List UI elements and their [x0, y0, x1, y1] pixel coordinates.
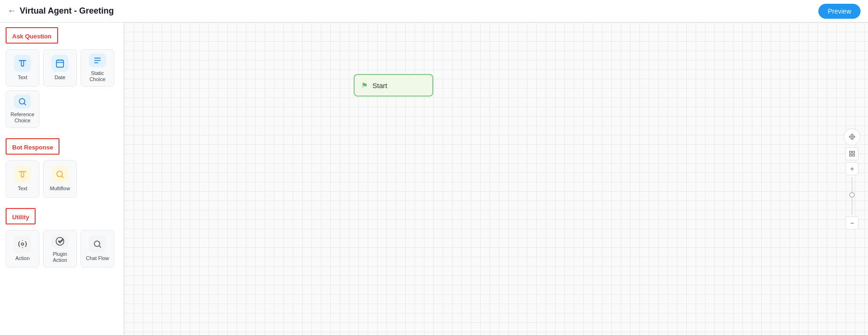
bot-response-section: Bot Response Text Multiflow: [0, 134, 124, 203]
preview-button[interactable]: Preview: [818, 4, 861, 19]
tool-action[interactable]: Action: [6, 230, 39, 268]
svg-line-8: [24, 104, 26, 105]
utility-grid: Action Plugin Action Chat Flow: [0, 227, 124, 273]
plugin-action-icon: [52, 234, 68, 248]
static-choice-icon: [89, 53, 106, 67]
zoom-slider-track: [852, 177, 853, 215]
header: ← Virtual Agent - Greeting Preview: [0, 0, 868, 22]
page-title: Virtual Agent - Greeting: [20, 6, 114, 16]
tool-reference-choice[interactable]: Reference Choice: [6, 90, 39, 128]
start-node-label: Start: [372, 82, 387, 89]
zoom-out-button[interactable]: −: [846, 216, 859, 230]
header-left: ← Virtual Agent - Greeting: [7, 6, 114, 16]
multiflow-icon: [52, 166, 68, 183]
svg-line-13: [99, 246, 101, 248]
action-label: Action: [15, 255, 30, 261]
svg-rect-17: [853, 151, 854, 153]
utility-section: Utility Action Plugin Action: [0, 203, 124, 273]
back-button[interactable]: ←: [7, 6, 16, 16]
tool-date-ask[interactable]: Date: [43, 49, 77, 87]
tool-text-bot[interactable]: Text: [6, 160, 39, 198]
ask-question-grid: Text Date Static Choice: [0, 46, 124, 134]
svg-rect-16: [850, 151, 852, 153]
start-flag-icon: ⚑: [361, 81, 368, 90]
svg-point-9: [57, 171, 62, 177]
text-ask-icon: [14, 55, 31, 72]
main-area: Ask Question Text Date: [0, 22, 868, 335]
bot-response-header: Bot Response: [6, 138, 59, 155]
text-bot-icon: [14, 166, 31, 183]
date-ask-icon: [52, 55, 68, 72]
pan-control[interactable]: [844, 128, 861, 145]
text-bot-label: Text: [18, 186, 27, 192]
zoom-slider-thumb[interactable]: [849, 192, 855, 198]
sidebar: Ask Question Text Date: [0, 22, 124, 335]
svg-rect-18: [853, 154, 854, 156]
plugin-action-label: Plugin Action: [45, 251, 74, 263]
svg-point-12: [94, 241, 100, 247]
action-icon: [14, 236, 31, 253]
ask-question-header: Ask Question: [6, 27, 58, 44]
reference-choice-icon: [14, 95, 31, 109]
canvas-area[interactable]: ⚑ Start: [124, 22, 868, 335]
reference-choice-label: Reference Choice: [8, 112, 37, 124]
tool-static-choice[interactable]: Static Choice: [81, 49, 114, 87]
svg-point-7: [19, 98, 25, 104]
tool-chat-flow[interactable]: Chat Flow: [81, 230, 114, 268]
svg-rect-0: [57, 60, 64, 67]
tool-plugin-action[interactable]: Plugin Action: [43, 230, 77, 268]
text-ask-label: Text: [18, 74, 27, 81]
static-choice-label: Static Choice: [83, 70, 112, 82]
zoom-controls: + −: [844, 128, 861, 230]
utility-header: Utility: [6, 208, 36, 224]
chat-flow-label: Chat Flow: [86, 255, 109, 261]
ask-question-section: Ask Question Text Date: [0, 22, 124, 134]
fit-button[interactable]: [846, 147, 859, 160]
bot-response-grid: Text Multiflow: [0, 157, 124, 203]
svg-rect-19: [850, 154, 852, 156]
start-node[interactable]: ⚑ Start: [354, 74, 433, 97]
chat-flow-icon: [89, 236, 106, 253]
tool-text-ask[interactable]: Text: [6, 49, 39, 87]
tool-multiflow[interactable]: Multiflow: [43, 160, 77, 198]
date-ask-label: Date: [54, 74, 65, 81]
zoom-in-button[interactable]: +: [846, 162, 859, 175]
app-container: ← Virtual Agent - Greeting Preview Ask Q…: [0, 0, 868, 335]
svg-point-11: [22, 243, 24, 246]
multiflow-label: Multiflow: [50, 186, 70, 192]
svg-line-10: [62, 176, 64, 178]
